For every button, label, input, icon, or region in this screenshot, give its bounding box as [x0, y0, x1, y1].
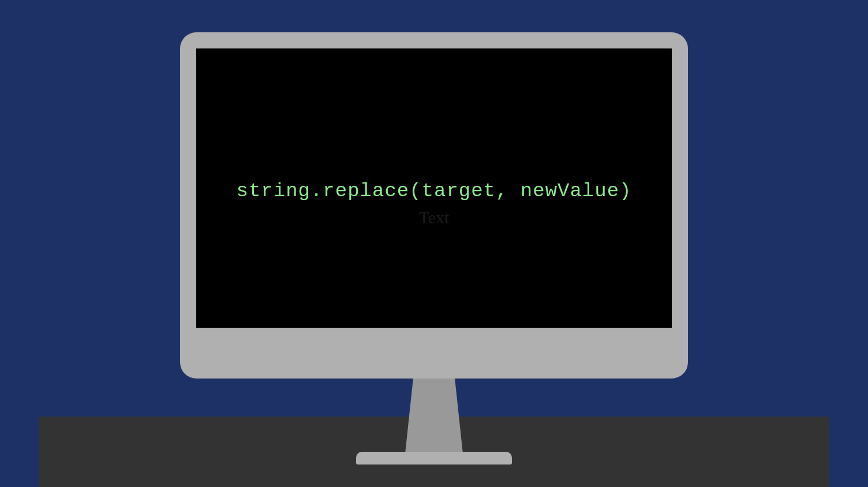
code-line: string.replace(target, newValue) — [196, 180, 672, 202]
placeholder-text: Text — [196, 208, 672, 227]
svg-marker-0 — [405, 373, 463, 454]
monitor-stand-base — [356, 452, 512, 464]
monitor-screen: string.replace(target, newValue) Text — [196, 48, 672, 328]
monitor-icon: string.replace(target, newValue) Text — [180, 32, 688, 379]
